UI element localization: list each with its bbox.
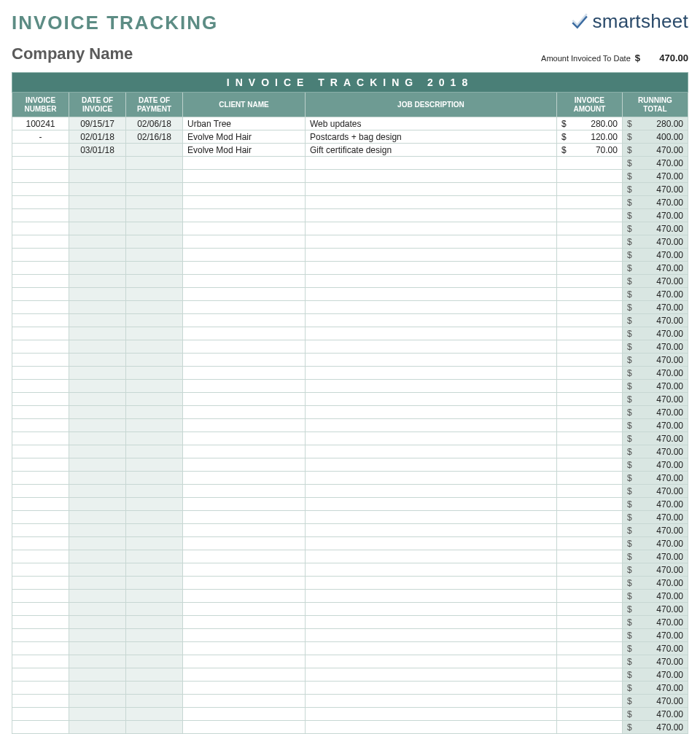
table-row[interactable]: $470.00: [12, 288, 688, 301]
cell-date-invoice[interactable]: [69, 380, 126, 393]
cell-invoice-number[interactable]: [12, 668, 69, 682]
cell-invoice-number[interactable]: [12, 235, 69, 249]
cell-client-name[interactable]: Evolve Mod Hair: [183, 144, 306, 157]
cell-client-name[interactable]: [183, 537, 306, 550]
cell-client-name[interactable]: [183, 367, 306, 380]
cell-date-payment[interactable]: [126, 629, 183, 642]
cell-invoice-number[interactable]: [12, 327, 69, 340]
cell-client-name[interactable]: [183, 327, 306, 340]
cell-invoice-amount[interactable]: [556, 511, 622, 524]
cell-client-name[interactable]: [183, 157, 306, 170]
table-row[interactable]: $470.00: [12, 721, 688, 734]
cell-job-description[interactable]: [306, 498, 557, 511]
cell-client-name[interactable]: [183, 380, 306, 393]
cell-running-total[interactable]: $470.00: [622, 196, 688, 209]
cell-client-name[interactable]: [183, 485, 306, 498]
cell-running-total[interactable]: $470.00: [622, 577, 688, 590]
table-row[interactable]: $470.00: [12, 249, 688, 262]
cell-date-payment[interactable]: [126, 668, 183, 682]
cell-date-payment[interactable]: [126, 419, 183, 432]
cell-client-name[interactable]: [183, 577, 306, 590]
cell-date-payment[interactable]: [126, 209, 183, 222]
cell-date-payment[interactable]: [126, 288, 183, 301]
cell-date-invoice[interactable]: [69, 301, 126, 314]
cell-invoice-number[interactable]: [12, 354, 69, 367]
cell-client-name[interactable]: [183, 393, 306, 406]
cell-invoice-amount[interactable]: [556, 393, 622, 406]
cell-date-invoice[interactable]: [69, 695, 126, 708]
cell-date-payment[interactable]: [126, 340, 183, 354]
cell-client-name[interactable]: [183, 616, 306, 629]
cell-invoice-number[interactable]: [12, 275, 69, 288]
table-row[interactable]: 03/01/18Evolve Mod HairGift certificate …: [12, 144, 688, 157]
cell-running-total[interactable]: $470.00: [622, 288, 688, 301]
company-name[interactable]: Company Name: [12, 44, 133, 63]
table-row[interactable]: $470.00: [12, 629, 688, 642]
table-row[interactable]: $470.00: [12, 485, 688, 498]
table-row[interactable]: $470.00: [12, 642, 688, 655]
cell-invoice-number[interactable]: [12, 708, 69, 721]
cell-invoice-number[interactable]: [12, 629, 69, 642]
cell-job-description[interactable]: [306, 249, 557, 262]
cell-invoice-amount[interactable]: [556, 288, 622, 301]
cell-running-total[interactable]: $470.00: [622, 406, 688, 419]
cell-job-description[interactable]: [306, 170, 557, 183]
cell-job-description[interactable]: [306, 550, 557, 563]
cell-date-payment[interactable]: [126, 550, 183, 563]
cell-client-name[interactable]: [183, 235, 306, 249]
cell-client-name[interactable]: [183, 682, 306, 695]
cell-date-payment[interactable]: [126, 498, 183, 511]
cell-running-total[interactable]: $470.00: [622, 668, 688, 682]
cell-running-total[interactable]: $470.00: [622, 472, 688, 485]
cell-client-name[interactable]: [183, 721, 306, 734]
cell-job-description[interactable]: [306, 642, 557, 655]
cell-date-payment[interactable]: [126, 563, 183, 577]
cell-invoice-amount[interactable]: [556, 668, 622, 682]
cell-job-description[interactable]: [306, 235, 557, 249]
cell-date-invoice[interactable]: [69, 262, 126, 275]
cell-job-description[interactable]: [306, 327, 557, 340]
cell-client-name[interactable]: Urban Tree: [183, 117, 306, 130]
cell-client-name[interactable]: [183, 314, 306, 327]
cell-invoice-amount[interactable]: [556, 655, 622, 668]
cell-client-name[interactable]: [183, 183, 306, 196]
cell-date-payment[interactable]: [126, 682, 183, 695]
cell-date-payment[interactable]: [126, 275, 183, 288]
cell-client-name[interactable]: [183, 196, 306, 209]
cell-invoice-number[interactable]: [12, 563, 69, 577]
cell-client-name[interactable]: [183, 288, 306, 301]
cell-date-invoice[interactable]: [69, 170, 126, 183]
cell-job-description[interactable]: [306, 275, 557, 288]
cell-running-total[interactable]: $470.00: [622, 445, 688, 458]
cell-invoice-amount[interactable]: [556, 445, 622, 458]
cell-date-invoice[interactable]: [69, 354, 126, 367]
cell-invoice-number[interactable]: [12, 590, 69, 603]
cell-job-description[interactable]: [306, 314, 557, 327]
table-row[interactable]: $470.00: [12, 472, 688, 485]
cell-invoice-number[interactable]: [12, 485, 69, 498]
cell-invoice-number[interactable]: [12, 603, 69, 616]
cell-date-invoice[interactable]: [69, 485, 126, 498]
cell-job-description[interactable]: [306, 262, 557, 275]
cell-client-name[interactable]: [183, 340, 306, 354]
table-row[interactable]: $470.00: [12, 616, 688, 629]
cell-invoice-number[interactable]: [12, 537, 69, 550]
cell-invoice-amount[interactable]: [556, 406, 622, 419]
table-row[interactable]: -02/01/1802/16/18Evolve Mod HairPostcard…: [12, 130, 688, 144]
cell-date-invoice[interactable]: [69, 458, 126, 472]
cell-running-total[interactable]: $470.00: [622, 590, 688, 603]
cell-date-payment[interactable]: [126, 157, 183, 170]
cell-date-payment[interactable]: [126, 222, 183, 235]
cell-date-invoice[interactable]: 02/01/18: [69, 130, 126, 144]
cell-running-total[interactable]: $470.00: [622, 432, 688, 445]
cell-date-payment[interactable]: [126, 472, 183, 485]
cell-invoice-amount[interactable]: [556, 196, 622, 209]
cell-client-name[interactable]: [183, 708, 306, 721]
cell-invoice-number[interactable]: [12, 577, 69, 590]
cell-job-description[interactable]: Gift certificate design: [306, 144, 557, 157]
cell-date-payment[interactable]: [126, 144, 183, 157]
cell-invoice-amount[interactable]: [556, 524, 622, 537]
cell-invoice-number[interactable]: [12, 472, 69, 485]
cell-client-name[interactable]: [183, 458, 306, 472]
table-row[interactable]: $470.00: [12, 419, 688, 432]
